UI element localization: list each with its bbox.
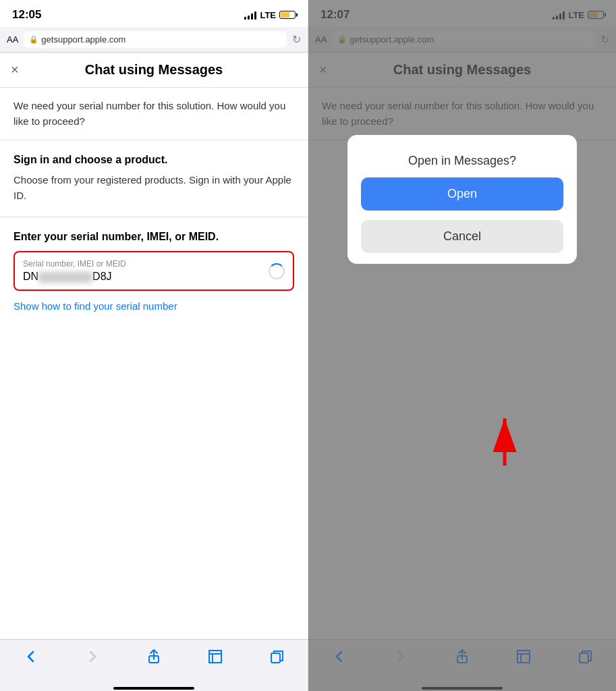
dialog-cancel-button[interactable]: Cancel: [361, 220, 563, 253]
left-phone-panel: 12:05 LTE AA 🔒 getsupport.apple.com ↻ ×: [0, 0, 308, 691]
back-btn-left[interactable]: [17, 645, 45, 672]
status-time-left: 12:05: [12, 8, 41, 22]
dialog-open-button[interactable]: Open: [361, 177, 563, 211]
page-title-left: Chat using Messages: [31, 62, 277, 78]
share-btn-left[interactable]: [140, 645, 168, 672]
serial-input-value: DN D8J: [23, 271, 126, 283]
reload-btn-left[interactable]: ↻: [292, 33, 301, 46]
serial-prefix: DN: [23, 271, 38, 282]
dialog-title: Open in Messages?: [408, 154, 516, 168]
home-indicator-left: [0, 686, 308, 691]
serial-title: Enter your serial number, IMEI, or MEID.: [13, 231, 294, 243]
browser-bottom-left: [0, 639, 308, 686]
signin-section: Sign in and choose a product. Choose fro…: [0, 140, 308, 217]
status-icons-left: LTE: [244, 10, 296, 20]
bookmarks-btn-left[interactable]: [201, 645, 229, 672]
loading-spinner: [269, 263, 285, 279]
tabs-btn-left[interactable]: [262, 645, 291, 672]
desc-section-left: We need your serial number for this solu…: [0, 88, 308, 140]
red-arrow: [478, 405, 532, 475]
signal-icon-left: [244, 11, 256, 20]
lock-icon-left: 🔒: [29, 35, 38, 44]
browser-aa-left[interactable]: AA: [7, 34, 18, 45]
page-content-left: × Chat using Messages We need your seria…: [0, 53, 308, 639]
dialog-overlay: Open in Messages? Open Cancel: [308, 0, 616, 691]
browser-bar-left: AA 🔒 getsupport.apple.com ↻: [0, 27, 308, 53]
serial-section: Enter your serial number, IMEI, or MEID.…: [0, 217, 308, 326]
svg-rect-1: [271, 653, 280, 663]
url-text-left: getsupport.apple.com: [41, 34, 125, 45]
find-serial-link[interactable]: Show how to find your serial number: [13, 300, 177, 312]
serial-blurred: [38, 272, 92, 283]
lte-label-left: LTE: [260, 10, 276, 20]
desc-text-left: We need your serial number for this solu…: [13, 100, 285, 127]
right-phone-panel: 12:07 LTE AA 🔒 getsupport.apple.com ↻ × …: [308, 0, 616, 691]
close-btn-left[interactable]: ×: [11, 62, 31, 78]
forward-btn-left[interactable]: [78, 645, 107, 672]
serial-input-label: Serial number, IMEI or MEID: [23, 259, 126, 269]
battery-icon-left: [279, 11, 296, 19]
browser-url-bar-left[interactable]: 🔒 getsupport.apple.com: [24, 31, 287, 48]
serial-input-inner: Serial number, IMEI or MEID DN D8J: [23, 259, 126, 283]
serial-suffix: D8J: [92, 271, 111, 282]
signin-title: Sign in and choose a product.: [13, 154, 294, 166]
page-header-left: × Chat using Messages: [0, 53, 308, 88]
signin-desc: Choose from your registered products. Si…: [13, 173, 294, 203]
serial-input-wrapper[interactable]: Serial number, IMEI or MEID DN D8J: [13, 251, 294, 291]
open-in-messages-dialog: Open in Messages? Open Cancel: [347, 135, 577, 264]
status-bar-left: 12:05 LTE: [0, 0, 308, 27]
